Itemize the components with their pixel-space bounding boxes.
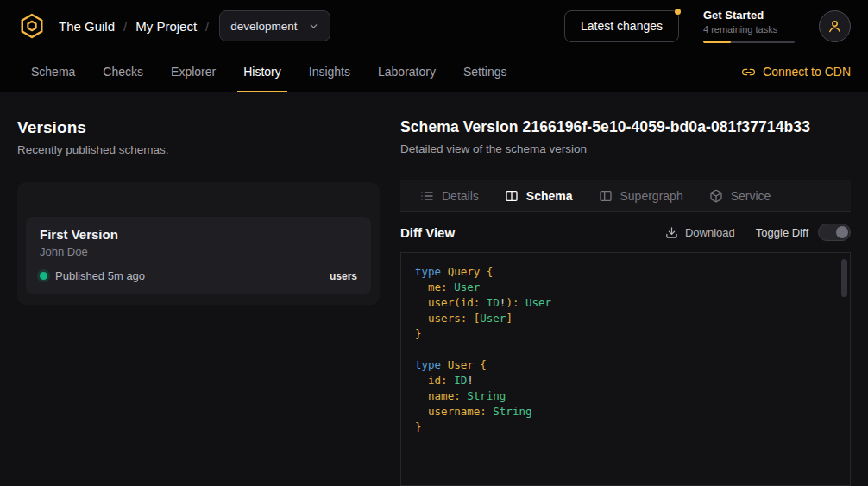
diff-toggle-switch[interactable] [818,224,851,241]
tab-schema[interactable]: Schema [17,52,89,92]
schema-code-panel: type Query { me: User user(id: ID!): Use… [400,252,851,486]
version-author: John Doe [40,245,357,258]
get-started-progress [703,41,795,43]
breadcrumb-separator: / [205,19,209,34]
latest-changes-button[interactable]: Latest changes [564,10,679,42]
version-service-badge: users [330,270,357,282]
notification-dot [675,9,681,15]
connect-to-cdn-button[interactable]: Connect to CDN [742,52,851,92]
version-meta: Published 5m ago users [40,269,357,282]
download-label: Download [685,226,735,239]
detail-tab-details[interactable]: Details [407,180,492,211]
version-status: Published 5m ago [55,269,145,282]
schema-version-title: Schema Version 2166196f-5e10-4059-bd0a-0… [400,118,851,136]
tab-checks[interactable]: Checks [89,52,157,92]
versions-title: Versions [17,118,380,137]
toggle-diff-label: Toggle Diff [756,226,808,239]
versions-card: First Version John Doe Published 5m ago … [17,182,380,305]
breadcrumb-separator: / [123,19,127,34]
breadcrumb-org[interactable]: The Guild [59,19,115,34]
chevron-down-icon [308,21,319,32]
layout-icon [599,189,613,203]
download-button[interactable]: Download [665,226,735,239]
environment-selector[interactable]: development [219,10,330,41]
user-avatar[interactable] [819,10,851,42]
detail-tab-label: Service [731,189,771,203]
detail-tab-label: Schema [526,189,573,203]
tab-insights[interactable]: Insights [295,52,364,92]
schema-version-panel: Schema Version 2166196f-5e10-4059-bd0a-0… [400,106,851,486]
detail-tabs: Details Schema Sup [400,180,851,212]
tab-laboratory[interactable]: Laboratory [364,52,450,92]
top-header: The Guild / My Project / development Lat… [0,0,868,52]
get-started-subtitle: 4 remaining tasks [703,24,795,35]
header-right: Latest changes Get Started 4 remaining t… [564,9,851,43]
tab-history[interactable]: History [230,52,295,92]
hive-logo-icon[interactable] [17,11,47,41]
detail-tab-schema[interactable]: Schema [492,180,586,211]
toggle-diff-control: Toggle Diff [756,224,851,241]
link-icon [742,66,755,79]
detail-tab-label: Details [442,189,479,203]
list-icon [420,189,434,203]
version-list-item[interactable]: First Version John Doe Published 5m ago … [26,217,371,294]
connect-to-cdn-label: Connect to CDN [763,65,851,79]
code-block: type Query { me: User user(id: ID!): Use… [415,264,836,435]
toggle-knob [836,226,848,238]
latest-changes-label: Latest changes [581,19,663,33]
get-started-progress-fill [703,41,731,43]
breadcrumb: The Guild / My Project / development [17,10,330,41]
diff-view-actions: Download Toggle Diff [665,224,851,241]
diff-view-header: Diff View Download Toggle D [400,212,851,252]
diff-view-title: Diff View [400,225,455,240]
detail-tab-label: Supergraph [620,189,683,203]
get-started-title: Get Started [703,9,795,22]
detail-tab-service[interactable]: Service [696,180,784,211]
primary-nav-tabs: Schema Checks Explorer History Insights … [17,52,521,92]
detail-tab-supergraph[interactable]: Supergraph [586,180,696,211]
user-icon [827,18,843,35]
scrollbar-thumb[interactable] [841,259,847,297]
download-icon [665,226,678,239]
schema-version-subtitle: Detailed view of the schema version [400,142,851,155]
version-name: First Version [40,227,357,242]
published-status-dot [40,272,47,280]
main-content: Versions Recently published schemas. Fir… [0,92,868,486]
app-root: The Guild / My Project / development Lat… [0,0,868,486]
primary-nav: Schema Checks Explorer History Insights … [0,52,868,92]
versions-panel: Versions Recently published schemas. Fir… [17,106,380,486]
get-started-widget[interactable]: Get Started 4 remaining tasks [703,9,795,43]
breadcrumb-project[interactable]: My Project [135,19,197,34]
box-icon [709,189,723,203]
environment-selector-value: development [230,20,297,33]
versions-subtitle: Recently published schemas. [17,143,380,156]
columns-icon [505,189,519,203]
tab-settings[interactable]: Settings [450,52,521,92]
tab-explorer[interactable]: Explorer [157,52,230,92]
